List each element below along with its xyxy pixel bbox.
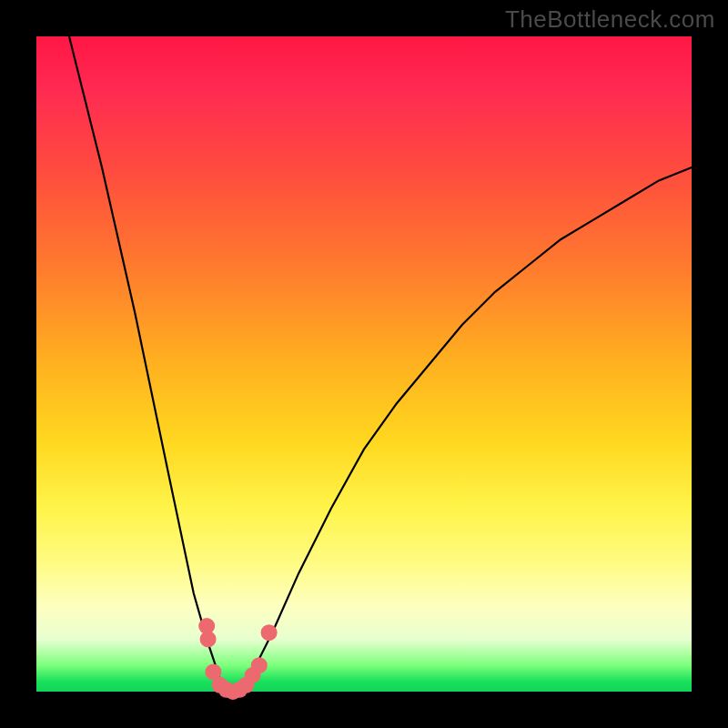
valley-markers xyxy=(198,618,277,700)
valley-marker xyxy=(200,631,217,647)
valley-marker xyxy=(261,624,278,641)
valley-marker xyxy=(251,657,268,673)
bottleneck-curve xyxy=(69,36,692,692)
chart-frame: TheBottleneck.com xyxy=(0,0,728,728)
curve-svg xyxy=(36,36,692,692)
watermark-text: TheBottleneck.com xyxy=(505,5,715,34)
plot-area xyxy=(36,36,692,692)
